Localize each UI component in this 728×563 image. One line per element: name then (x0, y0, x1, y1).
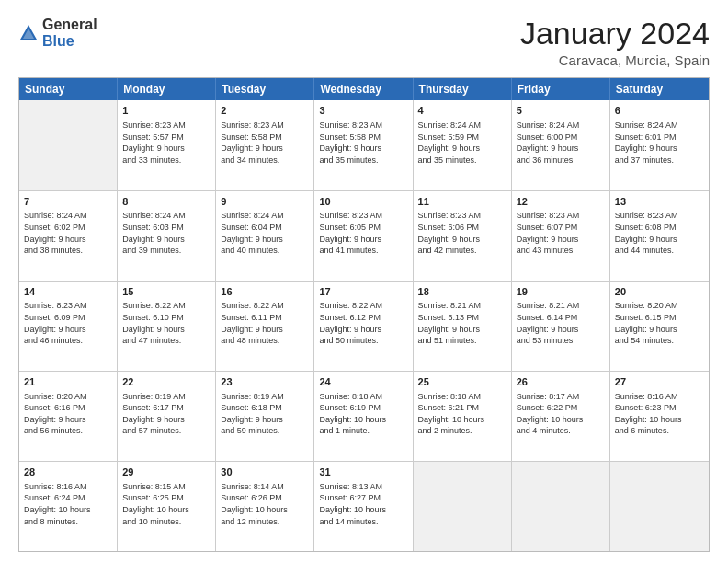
cell-text-line: Sunrise: 8:24 AM (615, 120, 704, 132)
cell-text-line: and 8 minutes. (24, 516, 112, 528)
cell-text-line: Daylight: 9 hours (418, 324, 506, 336)
cell-text-line: and 42 minutes. (418, 245, 506, 257)
cell-text-line: and 59 minutes. (221, 425, 309, 437)
calendar-title: January 2024 (520, 17, 710, 51)
header-day-friday: Friday (512, 78, 610, 100)
day-number: 28 (24, 465, 112, 479)
cell-text-line: and 38 minutes. (24, 245, 112, 257)
calendar-cell: 11Sunrise: 8:23 AMSunset: 6:06 PMDayligh… (414, 191, 512, 281)
calendar-cell: 16Sunrise: 8:22 AMSunset: 6:11 PMDayligh… (216, 282, 314, 371)
cell-text-line: Sunset: 6:11 PM (221, 312, 309, 324)
calendar-cell (414, 462, 512, 551)
cell-text-line: Sunset: 6:26 PM (221, 492, 309, 504)
day-number: 15 (122, 285, 210, 299)
calendar-cell: 25Sunrise: 8:18 AMSunset: 6:21 PMDayligh… (414, 372, 512, 461)
day-number: 23 (221, 375, 309, 389)
day-number: 31 (319, 465, 407, 479)
cell-text-line: Daylight: 9 hours (122, 324, 210, 336)
cell-text-line: Daylight: 9 hours (122, 143, 210, 155)
cell-text-line: Daylight: 9 hours (122, 414, 210, 426)
day-number: 26 (517, 375, 605, 389)
cell-text-line: Sunset: 6:12 PM (319, 312, 407, 324)
cell-text-line: Sunrise: 8:21 AM (418, 300, 506, 312)
title-block: January 2024 Caravaca, Murcia, Spain (520, 17, 710, 68)
logo: General Blue (18, 17, 97, 49)
cell-text-line: Daylight: 9 hours (122, 234, 210, 246)
day-number: 19 (517, 285, 605, 299)
calendar-cell: 9Sunrise: 8:24 AMSunset: 6:04 PMDaylight… (216, 191, 314, 281)
day-number: 2 (221, 104, 309, 118)
cell-text-line: Sunset: 6:23 PM (615, 402, 704, 414)
cell-text-line: Sunrise: 8:16 AM (615, 391, 704, 403)
cell-text-line: Sunrise: 8:23 AM (615, 210, 704, 222)
calendar-subtitle: Caravaca, Murcia, Spain (520, 52, 710, 68)
cell-text-line: Daylight: 10 hours (517, 414, 605, 426)
day-number: 1 (122, 104, 210, 118)
cell-text-line: Sunset: 5:59 PM (418, 132, 506, 144)
day-number: 16 (221, 285, 309, 299)
cell-text-line: Daylight: 9 hours (24, 414, 112, 426)
calendar-cell (512, 462, 610, 551)
calendar-row-2: 14Sunrise: 8:23 AMSunset: 6:09 PMDayligh… (19, 281, 709, 371)
cell-text-line: Sunrise: 8:18 AM (418, 391, 506, 403)
cell-text-line: Sunset: 6:24 PM (24, 492, 112, 504)
cell-text-line: Sunrise: 8:13 AM (319, 481, 407, 493)
cell-text-line: Sunrise: 8:20 AM (24, 391, 112, 403)
calendar-cell: 23Sunrise: 8:19 AMSunset: 6:18 PMDayligh… (216, 372, 314, 461)
cell-text-line: and 36 minutes. (517, 155, 605, 167)
header-day-thursday: Thursday (414, 78, 512, 100)
day-number: 20 (615, 285, 704, 299)
calendar-cell: 1Sunrise: 8:23 AMSunset: 5:57 PMDaylight… (118, 100, 216, 190)
cell-text-line: Daylight: 10 hours (418, 414, 506, 426)
cell-text-line: Daylight: 9 hours (418, 143, 506, 155)
day-number: 4 (418, 104, 506, 118)
cell-text-line: Daylight: 9 hours (615, 234, 704, 246)
cell-text-line: Daylight: 9 hours (418, 234, 506, 246)
calendar-cell: 29Sunrise: 8:15 AMSunset: 6:25 PMDayligh… (118, 462, 216, 551)
day-number: 9 (221, 195, 309, 209)
cell-text-line: Sunset: 5:58 PM (319, 132, 407, 144)
cell-text-line: Sunset: 6:25 PM (122, 492, 210, 504)
calendar-cell: 27Sunrise: 8:16 AMSunset: 6:23 PMDayligh… (610, 372, 709, 461)
cell-text-line: Sunset: 6:18 PM (221, 402, 309, 414)
calendar-header: SundayMondayTuesdayWednesdayThursdayFrid… (19, 78, 709, 100)
cell-text-line: and 35 minutes. (319, 155, 407, 167)
day-number: 27 (615, 375, 704, 389)
day-number: 6 (615, 104, 704, 118)
day-number: 30 (221, 465, 309, 479)
cell-text-line: Sunrise: 8:23 AM (319, 210, 407, 222)
logo-general-text: General (42, 17, 97, 33)
cell-text-line: Daylight: 9 hours (615, 143, 704, 155)
calendar-cell: 7Sunrise: 8:24 AMSunset: 6:02 PMDaylight… (19, 191, 118, 281)
cell-text-line: Sunset: 6:22 PM (517, 402, 605, 414)
cell-text-line: and 46 minutes. (24, 335, 112, 347)
day-number: 22 (122, 375, 210, 389)
cell-text-line: and 37 minutes. (615, 155, 704, 167)
cell-text-line: Sunset: 6:09 PM (24, 312, 112, 324)
calendar-row-4: 28Sunrise: 8:16 AMSunset: 6:24 PMDayligh… (19, 461, 709, 551)
calendar-body: 1Sunrise: 8:23 AMSunset: 5:57 PMDaylight… (19, 100, 709, 551)
calendar-cell: 17Sunrise: 8:22 AMSunset: 6:12 PMDayligh… (314, 282, 413, 371)
cell-text-line: Sunrise: 8:18 AM (319, 391, 407, 403)
cell-text-line: Sunset: 6:21 PM (418, 402, 506, 414)
calendar-cell: 15Sunrise: 8:22 AMSunset: 6:10 PMDayligh… (118, 282, 216, 371)
cell-text-line: Daylight: 10 hours (122, 504, 210, 516)
cell-text-line: and 50 minutes. (319, 335, 407, 347)
cell-text-line: Sunrise: 8:24 AM (221, 210, 309, 222)
cell-text-line: Daylight: 10 hours (24, 504, 112, 516)
cell-text-line: Sunrise: 8:23 AM (418, 210, 506, 222)
logo-text: General Blue (42, 17, 97, 49)
page: General Blue January 2024 Caravaca, Murc… (0, 0, 728, 563)
cell-text-line: Sunset: 6:10 PM (122, 312, 210, 324)
cell-text-line: Sunrise: 8:23 AM (319, 120, 407, 132)
calendar-cell: 14Sunrise: 8:23 AMSunset: 6:09 PMDayligh… (19, 282, 118, 371)
cell-text-line: Sunset: 6:15 PM (615, 312, 704, 324)
calendar-cell (610, 462, 709, 551)
cell-text-line: Daylight: 9 hours (517, 143, 605, 155)
cell-text-line: Sunrise: 8:15 AM (122, 481, 210, 493)
cell-text-line: Sunrise: 8:23 AM (122, 120, 210, 132)
cell-text-line: Sunrise: 8:24 AM (122, 210, 210, 222)
cell-text-line: Daylight: 9 hours (517, 324, 605, 336)
cell-text-line: Daylight: 10 hours (319, 414, 407, 426)
cell-text-line: Sunrise: 8:24 AM (24, 210, 112, 222)
